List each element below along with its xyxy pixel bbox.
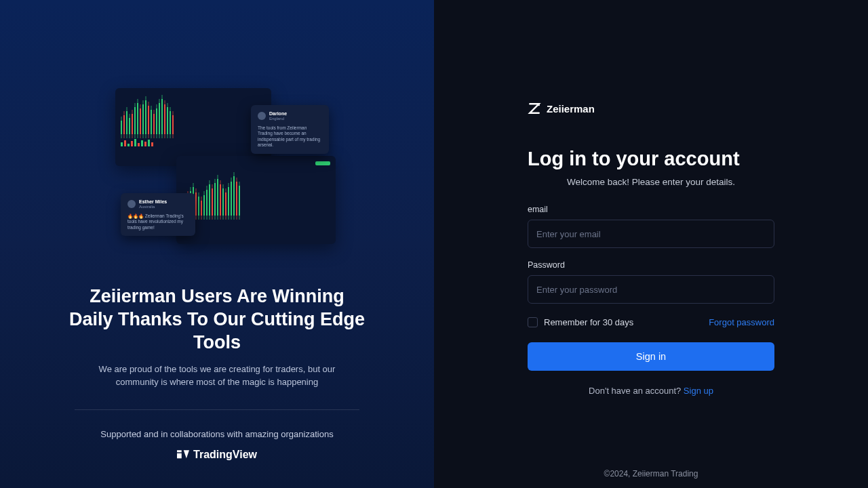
marketing-panel: Darione England The tools from Zeiierman… bbox=[0, 0, 434, 488]
testimonial-card-2: Esther Miles Australia 🔥🔥🔥 Zeiierman Tra… bbox=[121, 193, 195, 236]
chart-preview-2 bbox=[176, 156, 336, 244]
email-label: email bbox=[528, 205, 774, 214]
signup-link[interactable]: Sign up bbox=[684, 386, 713, 396]
avatar-icon bbox=[127, 200, 136, 208]
signup-row: Don't have an account? Sign up bbox=[528, 386, 774, 396]
login-panel: Zeiierman Log in to your account Welcome… bbox=[434, 0, 868, 488]
supported-label: Supported and in collaborations with ama… bbox=[100, 429, 333, 439]
login-subtitle: Welcome back! Please enter your details. bbox=[528, 177, 774, 187]
svg-marker-2 bbox=[184, 450, 189, 458]
hero-illustration: Darione England The tools from Zeiierman… bbox=[95, 88, 339, 245]
brand: Zeiierman bbox=[528, 102, 774, 115]
remember-checkbox[interactable] bbox=[528, 317, 538, 327]
testimonial-card-1: Darione England The tools from Zeiierman… bbox=[251, 105, 329, 154]
brand-icon bbox=[528, 102, 541, 115]
tradingview-logo: TradingView bbox=[177, 449, 257, 461]
svg-rect-1 bbox=[177, 450, 182, 452]
chart-preview-1 bbox=[115, 88, 271, 166]
remember-group[interactable]: Remember for 30 days bbox=[528, 317, 633, 327]
testimonial-text: 🔥🔥🔥 Zeiierman Trading's tools have revol… bbox=[127, 214, 189, 230]
testimonial-name: Darione bbox=[269, 110, 287, 117]
marketing-subtext: We are proud of the tools we are creatin… bbox=[78, 363, 356, 389]
forgot-password-link[interactable]: Forgot password bbox=[709, 317, 774, 327]
testimonial-name: Esther Miles bbox=[139, 199, 167, 205]
testimonial-location: England bbox=[269, 117, 287, 122]
login-title: Log in to your account bbox=[528, 148, 774, 170]
password-field[interactable] bbox=[528, 275, 774, 304]
svg-point-3 bbox=[538, 104, 540, 106]
avatar-icon bbox=[258, 112, 266, 120]
signin-button[interactable]: Sign in bbox=[528, 342, 774, 371]
email-field[interactable] bbox=[528, 220, 774, 248]
svg-rect-0 bbox=[177, 453, 182, 459]
divider bbox=[75, 409, 359, 410]
tradingview-icon bbox=[177, 450, 189, 460]
marketing-headline: Zeiierman Users Are Winning Daily Thanks… bbox=[68, 285, 366, 354]
testimonial-text: The tools from Zeiierman Trading have be… bbox=[258, 125, 322, 148]
no-account-text: Don't have an account? bbox=[589, 386, 684, 396]
password-label: Password bbox=[528, 260, 774, 270]
testimonial-location: Australia bbox=[139, 205, 167, 210]
brand-name: Zeiierman bbox=[547, 103, 595, 115]
remember-label: Remember for 30 days bbox=[544, 317, 633, 327]
footer-copyright: ©2024, Zeiierman Trading bbox=[604, 469, 698, 479]
partner-name: TradingView bbox=[193, 449, 257, 461]
